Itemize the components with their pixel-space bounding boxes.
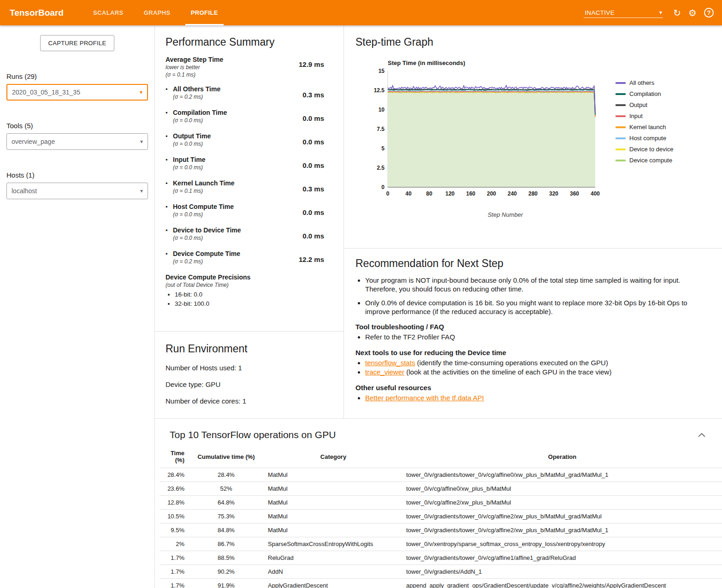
- bullet-icon: •: [166, 109, 173, 124]
- category-cell: MatMul: [264, 523, 402, 537]
- table-row: 2%86.7%SparseSoftmaxCrossEntropyWithLogi…: [160, 537, 722, 551]
- category-cell: MatMul: [264, 482, 402, 496]
- metric-sigma: (σ = 0.2 ms): [173, 258, 240, 265]
- legend-label: Host compute: [629, 135, 666, 142]
- refresh-icon[interactable]: ↻: [673, 8, 681, 18]
- table-row: 9.5%84.8%MatMultower_0/v/gradients/tower…: [160, 523, 722, 537]
- status-dropdown[interactable]: INACTIVE ▾: [584, 8, 663, 18]
- metric-label: Host Compute Time: [173, 203, 234, 210]
- time-cell: 1.7%: [160, 579, 188, 588]
- capture-profile-button[interactable]: CAPTURE PROFILE: [40, 35, 115, 51]
- time-cell: 12.8%: [160, 496, 188, 510]
- category-cell: AddN: [264, 565, 402, 579]
- table-row: 1.7%90.2%AddNtower_0/v/gradients/AddN_1: [160, 565, 722, 579]
- tensorboard-profile-page: TensorBoard SCALARSGRAPHSPROFILE INACTIV…: [0, 0, 722, 588]
- tools-select[interactable]: overview_page ▾: [6, 133, 148, 150]
- table-row: 10.5%75.3%MatMultower_0/v/gradients/towe…: [160, 510, 722, 523]
- recommendation-item-text: (identify the time-consuming operations …: [415, 359, 608, 367]
- top-ops-section: Top 10 TensorFlow operations on GPU Time…: [155, 419, 722, 588]
- recommendation-title: Recommendation for Next Step: [355, 257, 704, 270]
- operation-cell: tower_0/v/gradients/tower_0/v/cg/affine2…: [402, 523, 722, 537]
- metric-value: 12.9 ms: [299, 56, 324, 78]
- metric-value: 0.0 ms: [302, 132, 324, 147]
- category-cell: MatMul: [264, 496, 402, 510]
- bullet-icon: •: [166, 132, 173, 147]
- legend-swatch: [615, 104, 626, 106]
- cumulative-cell: 28.4%: [188, 468, 264, 482]
- tools-label: Tools (5): [6, 122, 148, 130]
- legend-swatch: [615, 137, 626, 139]
- sidebar: CAPTURE PROFILE Runs (29) 2020_03_05_18_…: [0, 25, 154, 588]
- metric-sigma: (σ = 0.1 ms): [166, 71, 223, 78]
- svg-text:400: 400: [591, 190, 600, 197]
- run-environment-line: Device type: GPU: [166, 380, 333, 388]
- top-ops-table: Time (%)Cumulative time (%)CategoryOpera…: [160, 447, 722, 588]
- resource-link[interactable]: tensorflow_stats: [365, 359, 415, 367]
- graph-column: Step-time Graph Step Time (in millisecon…: [344, 25, 722, 418]
- operation-cell: append_apply_gradient_ops/GradientDescen…: [402, 579, 722, 588]
- chevron-up-icon[interactable]: [696, 429, 707, 441]
- legend-label: All others: [629, 79, 654, 86]
- svg-text:200: 200: [487, 190, 496, 197]
- bullet-icon: •: [166, 179, 173, 194]
- cumulative-cell: 91.9%: [188, 579, 264, 588]
- legend-item: Device compute: [615, 157, 673, 164]
- svg-text:0: 0: [381, 184, 385, 190]
- step-time-graph-title: Step-time Graph: [355, 36, 713, 48]
- runs-select-value: 2020_03_05_18_31_35: [12, 89, 80, 96]
- metric-value: 0.0 ms: [302, 109, 324, 124]
- legend-swatch: [615, 115, 626, 117]
- table-row: 1.7%91.9%ApplyGradientDescentappend_appl…: [160, 579, 722, 588]
- svg-text:240: 240: [508, 190, 517, 197]
- recommendation-item-text: Refer to the TF2 Profiler FAQ: [365, 333, 455, 341]
- metric-label: Input Time: [173, 156, 206, 163]
- time-cell: 23.6%: [160, 482, 188, 496]
- bullet-icon: •: [166, 203, 173, 218]
- resource-link[interactable]: trace_viewer: [365, 368, 404, 376]
- tab-graphs[interactable]: GRAPHS: [134, 0, 181, 25]
- hosts-field: Hosts (1) localhost ▾: [0, 171, 154, 199]
- performance-summary-column: Performance Summary Average Step Time lo…: [155, 25, 344, 418]
- resource-link[interactable]: Better performance with the tf.data API: [365, 394, 484, 402]
- chevron-down-icon: ▾: [140, 188, 143, 194]
- tab-profile[interactable]: PROFILE: [181, 0, 228, 25]
- table-row: 1.7%88.5%ReluGradtower_0/v/gradients/tow…: [160, 551, 722, 565]
- svg-text:2.5: 2.5: [377, 165, 385, 171]
- recommendation-bullets: Your program is NOT input-bound because …: [355, 276, 704, 316]
- bullet-icon: •: [166, 85, 173, 100]
- svg-text:12.5: 12.5: [374, 87, 385, 94]
- legend-item: Host compute: [615, 135, 673, 142]
- cumulative-cell: 88.5%: [188, 551, 264, 565]
- hosts-select[interactable]: localhost ▾: [6, 183, 148, 199]
- tab-scalars[interactable]: SCALARS: [83, 0, 134, 25]
- category-cell: MatMul: [264, 468, 402, 482]
- precisions-note: (out of Total Device Time): [166, 282, 324, 288]
- chart-legend: All othersCompilationOutputInputKernel l…: [615, 67, 673, 218]
- metric-label: Kernel Launch Time: [173, 179, 235, 187]
- metric-row: •All Others Time(σ = 0.2 ms)0.3 ms: [166, 85, 324, 100]
- metric-sigma: (σ = 0.0 ms): [173, 164, 206, 171]
- legend-swatch: [615, 160, 626, 161]
- recommendation-section: Other useful resourcesBetter performance…: [355, 384, 704, 403]
- legend-label: Device to device: [629, 146, 673, 153]
- cumulative-cell: 52%: [188, 482, 264, 496]
- legend-label: Compilation: [629, 90, 661, 97]
- metric-value: 0.3 ms: [302, 85, 324, 100]
- table-row: 23.6%52%MatMultower_0/v/cg/affine0/xw_pl…: [160, 482, 722, 496]
- operation-cell: tower_0/v/cg/affine0/xw_plus_b/MatMul: [402, 482, 722, 496]
- help-icon[interactable]: ?: [704, 8, 714, 18]
- top-ops-title: Top 10 TensorFlow operations on GPU: [170, 429, 336, 440]
- legend-item: Compilation: [615, 90, 673, 97]
- gear-icon[interactable]: ⚙: [688, 8, 697, 18]
- time-cell: 28.4%: [160, 468, 188, 482]
- legend-swatch: [615, 126, 626, 128]
- legend-swatch: [615, 148, 626, 150]
- cumulative-cell: 90.2%: [188, 565, 264, 579]
- column-header: Cumulative time (%): [188, 447, 264, 468]
- svg-text:5: 5: [381, 145, 385, 152]
- runs-select[interactable]: 2020_03_05_18_31_35 ▾: [6, 84, 148, 101]
- main-content: Performance Summary Average Step Time lo…: [154, 25, 722, 588]
- svg-text:10: 10: [379, 107, 385, 113]
- time-cell: 1.7%: [160, 565, 188, 579]
- svg-text:0: 0: [386, 190, 390, 197]
